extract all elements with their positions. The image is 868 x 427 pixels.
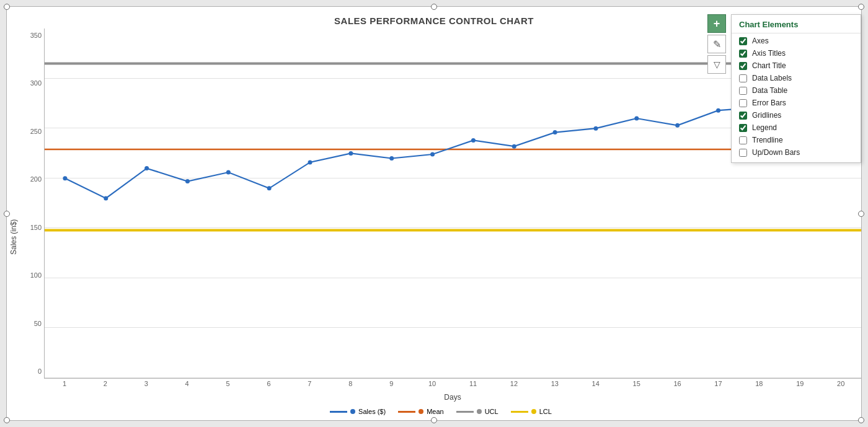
panel-item-checkbox[interactable] [739, 136, 747, 144]
x-tick: 8 [330, 380, 371, 392]
sales-dot [471, 138, 476, 143]
legend-line-icon [398, 411, 415, 413]
sales-dot [675, 123, 680, 128]
panel-item: Axis Titles [732, 47, 861, 59]
sales-dot [185, 179, 190, 183]
y-tick: 300 [20, 80, 42, 87]
sales-dot [144, 166, 149, 170]
panel-item: Trendline [732, 134, 861, 146]
legend-dot-icon [531, 409, 536, 414]
sales-dot [308, 160, 312, 164]
legend-label: Sales ($) [358, 408, 386, 415]
panel-item-label: Up/Down Bars [752, 148, 800, 157]
panel-item-checkbox[interactable] [739, 62, 747, 70]
x-axis-label: Days [20, 392, 861, 405]
panel-item-label: Legend [752, 123, 777, 132]
legend-label: LCL [539, 408, 552, 415]
panel-item-label: Axis Titles [752, 49, 786, 58]
x-tick: 7 [289, 380, 330, 392]
panel-item-checkbox[interactable] [739, 112, 747, 120]
panel-item: Error Bars [732, 97, 861, 109]
handle-tl[interactable] [4, 4, 10, 10]
handle-br[interactable] [858, 417, 864, 423]
y-tick: 100 [20, 272, 42, 279]
panel-item-checkbox[interactable] [739, 74, 747, 82]
x-tick: 11 [453, 380, 494, 392]
chart-wrapper: SALES PERFORMANCE CONTROL CHART Sales (i… [6, 6, 862, 421]
sales-dot [63, 176, 67, 180]
panel-item-label: Gridlines [752, 111, 781, 120]
sales-dot [512, 144, 516, 149]
x-tick: 17 [698, 380, 739, 392]
sales-dot [716, 108, 720, 113]
legend-dot-icon [477, 409, 482, 414]
legend-item: LCL [511, 408, 552, 415]
y-axis-label: Sales (in$) [7, 29, 20, 420]
x-tick: 15 [616, 380, 657, 392]
legend-line-icon [456, 411, 474, 413]
panel-item: Legend [732, 121, 861, 134]
panel-item-label: Trendline [752, 136, 783, 144]
y-ticks: 050100150200250300350 [20, 29, 44, 379]
x-tick: 13 [534, 380, 575, 392]
panel-item-label: Chart Title [752, 61, 786, 70]
x-tick: 6 [249, 380, 290, 392]
panel-item: Gridlines [732, 109, 861, 121]
legend-label: Mean [427, 408, 444, 415]
style-button[interactable]: ✎ [707, 35, 726, 53]
chart-toolbar: + ✎ ▽ [707, 14, 726, 74]
handle-ml[interactable] [4, 211, 10, 217]
x-tick: 14 [575, 380, 616, 392]
x-tick: 20 [820, 380, 861, 392]
x-tick: 12 [494, 380, 534, 392]
panel-item-label: Error Bars [752, 99, 786, 107]
handle-mr[interactable] [858, 211, 864, 217]
panel-item: Data Labels [732, 72, 861, 84]
sales-dot [389, 156, 394, 161]
legend-item: UCL [456, 408, 498, 415]
filter-button[interactable]: ▽ [707, 55, 726, 74]
sales-dot [553, 130, 557, 134]
y-tick: 250 [20, 128, 42, 135]
handle-bc[interactable] [431, 417, 437, 423]
x-tick: 10 [412, 380, 453, 392]
panel-item-checkbox[interactable] [739, 99, 747, 107]
panel-item: Up/Down Bars [732, 146, 861, 159]
panel-item-label: Data Labels [752, 74, 792, 82]
panel-item-checkbox[interactable] [739, 50, 747, 58]
sales-dot [267, 186, 272, 190]
panel-item-checkbox[interactable] [739, 37, 747, 45]
x-tick: 9 [371, 380, 412, 392]
x-tick: 1 [44, 380, 85, 392]
sales-dot [104, 196, 108, 200]
legend-dot-icon [350, 409, 355, 414]
panel-item-checkbox[interactable] [739, 124, 747, 132]
sales-dot [430, 152, 435, 157]
legend-label: UCL [485, 408, 498, 415]
x-tick: 16 [657, 380, 698, 392]
x-tick: 4 [167, 380, 208, 392]
handle-tc[interactable] [431, 4, 437, 10]
panel-item-label: Data Table [752, 86, 787, 95]
x-ticks-container: 1234567891011121314151617181920 [44, 379, 861, 392]
sales-line [65, 107, 841, 198]
legend-line-icon [511, 411, 528, 413]
legend-item: Mean [398, 408, 444, 415]
x-tick: 3 [126, 380, 167, 392]
handle-tr[interactable] [858, 4, 864, 10]
x-axis-row: 1234567891011121314151617181920 [20, 379, 861, 392]
y-tick: 200 [20, 176, 42, 183]
y-tick: 50 [20, 320, 42, 327]
legend-row: Sales ($)MeanUCLLCL [20, 405, 861, 420]
outer-container: SALES PERFORMANCE CONTROL CHART Sales (i… [0, 0, 868, 427]
panel-item: Data Table [732, 84, 861, 97]
sales-dot [634, 117, 639, 121]
legend-dot-icon [418, 409, 423, 414]
panel-item-checkbox[interactable] [739, 87, 747, 95]
chart-elements-panel: Chart Elements AxesAxis TitlesChart Titl… [731, 14, 861, 163]
panel-item-checkbox[interactable] [739, 149, 747, 157]
handle-bl[interactable] [4, 417, 10, 423]
y-tick: 0 [20, 368, 42, 375]
add-elements-button[interactable]: + [707, 14, 726, 33]
y-tick: 150 [20, 224, 42, 231]
